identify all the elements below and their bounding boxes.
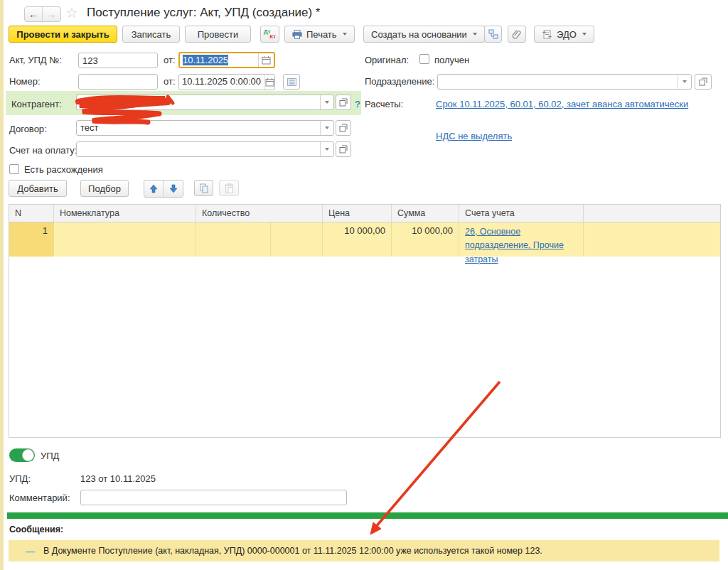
related-documents-button[interactable]	[484, 26, 502, 43]
vat-link[interactable]: НДС не выделять	[436, 131, 512, 141]
post-and-close-button[interactable]: Провести и закрыть	[9, 26, 117, 43]
post-button[interactable]: Провести	[185, 26, 251, 43]
column-header-accounts[interactable]: Счета учета	[459, 205, 584, 222]
column-header-price[interactable]: Цена	[323, 205, 392, 222]
upd-value: 123 от 10.11.2025	[80, 473, 156, 484]
open-in-form-icon	[339, 145, 348, 154]
act-number-label: Акт, УПД №:	[9, 55, 62, 65]
calendar-icon[interactable]	[258, 53, 274, 67]
chevron-down-icon[interactable]	[320, 121, 333, 135]
column-header-n[interactable]: N	[9, 205, 54, 222]
window-edge-strip	[0, 0, 4, 570]
counterparty-label: Контрагент:	[11, 99, 62, 109]
move-row-down-button[interactable]	[164, 181, 183, 197]
upd-label: УПД:	[9, 473, 31, 484]
unit-cell[interactable]	[271, 222, 323, 257]
number-label: Номер:	[9, 76, 41, 87]
move-row-up-button[interactable]	[144, 181, 164, 197]
document-window: { "window": { "title": "Поступление услу…	[0, 0, 728, 570]
column-header-sum[interactable]: Сумма	[392, 205, 459, 222]
upd-toggle[interactable]	[9, 448, 35, 462]
column-header-quantity[interactable]: Количество	[196, 205, 323, 222]
copy-rows-button[interactable]	[194, 180, 213, 196]
sum-cell[interactable]: 10 000,00	[392, 222, 459, 257]
forward-arrow-icon: →	[47, 9, 57, 20]
act-date-input[interactable]: 10.11.2025	[178, 52, 275, 68]
department-label: Подразделение:	[365, 76, 434, 87]
comment-input[interactable]	[80, 490, 347, 505]
messages-title: Сообщения:	[9, 525, 63, 534]
items-table[interactable]: N Номенклатура Количество Цена Сумма Сче…	[9, 204, 721, 438]
contract-open-button[interactable]	[336, 120, 351, 136]
column-header-nomenclature[interactable]: Номенклатура	[54, 205, 196, 222]
nomenclature-cell[interactable]	[54, 222, 196, 257]
arrow-up-icon	[149, 184, 158, 193]
messages-splitter[interactable]	[7, 512, 728, 519]
items-table-header: N Номенклатура Количество Цена Сумма Сче…	[9, 205, 720, 222]
move-row-group	[144, 180, 183, 198]
accounts-cell[interactable]: 26, Основное подразделение, Прочие затра…	[459, 222, 584, 257]
attachments-button[interactable]	[508, 26, 526, 43]
department-input[interactable]	[437, 74, 692, 90]
calendar-icon[interactable]	[264, 75, 274, 90]
accounts-link[interactable]: 26, Основное подразделение, Прочие затра…	[465, 225, 579, 267]
message-bullet-icon: —	[26, 546, 35, 556]
document-structure-icon	[488, 29, 498, 39]
open-in-form-icon	[339, 98, 348, 107]
row-number-cell[interactable]: 1	[9, 222, 54, 257]
favorite-star-icon[interactable]: ☆	[65, 4, 78, 21]
original-received-label: получен	[434, 55, 469, 65]
table-row[interactable]: 1 10 000,00 10 000,00 26, Основное подра…	[9, 222, 720, 257]
number-input[interactable]	[78, 74, 158, 90]
create-based-on-button[interactable]: Создать на основании	[363, 26, 485, 43]
edo-exchange-icon	[542, 30, 552, 39]
reg-date-input[interactable]: 10.11.2025 0:00:00	[178, 74, 275, 90]
contract-input[interactable]: тест	[76, 120, 334, 136]
printer-icon	[292, 30, 302, 39]
reg-date-label: от:	[164, 76, 176, 87]
row-empty-cell[interactable]	[584, 222, 720, 257]
add-row-button[interactable]: Добавить	[9, 180, 67, 197]
forward-button[interactable]: →	[43, 7, 60, 21]
chevron-down-icon[interactable]	[320, 95, 333, 109]
payment-invoice-label: Счет на оплату:	[9, 145, 77, 156]
counterparty-open-button[interactable]	[336, 95, 351, 110]
edo-button[interactable]: ЭДО	[534, 26, 594, 43]
arrow-down-icon	[169, 184, 178, 193]
original-label: Оригинал:	[365, 55, 409, 65]
contract-label: Договор:	[9, 124, 47, 134]
dt-kt-icon: ДтКт	[264, 29, 276, 40]
payment-invoice-input[interactable]	[76, 141, 334, 157]
paste-rows-button[interactable]	[219, 180, 239, 196]
back-arrow-icon: ←	[28, 9, 38, 20]
list-icon	[287, 78, 296, 86]
upd-toggle-label: УПД	[41, 451, 59, 461]
counterparty-input[interactable]	[76, 95, 334, 110]
act-number-input[interactable]	[78, 53, 158, 68]
number-history-button[interactable]	[283, 74, 300, 90]
print-button[interactable]: Печать	[284, 26, 355, 43]
settlements-terms-link[interactable]: Срок 10.11.2025, 60.01, 60.02, зачет ава…	[436, 99, 688, 109]
counterparty-help-link[interactable]: ?	[355, 99, 360, 109]
chevron-down-icon[interactable]	[320, 142, 333, 156]
act-date-label: от:	[164, 55, 176, 65]
department-open-button[interactable]	[695, 74, 712, 90]
message-item[interactable]: — В Документе Поступление (акт, накладна…	[9, 540, 719, 561]
quantity-cell[interactable]	[196, 222, 271, 257]
chevron-down-icon[interactable]	[678, 75, 691, 89]
open-in-form-icon	[339, 124, 348, 132]
copy-icon	[199, 183, 209, 193]
open-in-form-icon	[699, 77, 707, 86]
save-button[interactable]: Записать	[122, 26, 180, 43]
toggle-knob	[22, 449, 34, 461]
column-header-empty	[584, 205, 720, 222]
back-button[interactable]: ←	[25, 7, 43, 21]
discrepancies-checkbox[interactable]	[9, 164, 19, 174]
comment-label: Комментарий:	[9, 493, 70, 503]
original-received-checkbox[interactable]	[419, 54, 429, 64]
pick-items-button[interactable]: Подбор	[80, 180, 129, 197]
dt-kt-postings-button[interactable]: ДтКт	[260, 26, 279, 43]
discrepancies-label: Есть расхождения	[24, 164, 103, 175]
price-cell[interactable]: 10 000,00	[323, 222, 392, 257]
payment-invoice-open-button[interactable]	[336, 141, 351, 157]
